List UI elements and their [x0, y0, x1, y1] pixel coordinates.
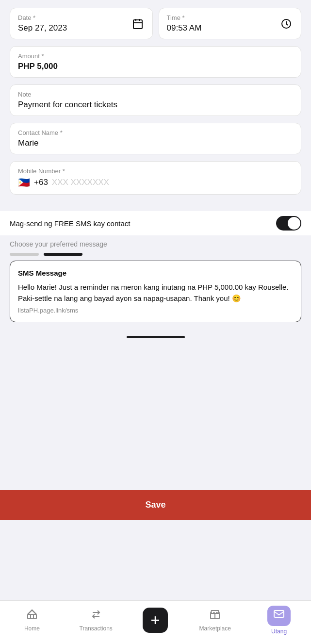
date-label: Date *	[18, 14, 67, 21]
svg-rect-0	[133, 20, 142, 29]
nav-transactions[interactable]: Transactions	[79, 609, 113, 632]
mobile-prefix: +63	[34, 178, 48, 187]
calendar-icon	[131, 17, 145, 31]
nav-home[interactable]: Home	[15, 609, 49, 632]
add-button[interactable]	[143, 608, 168, 633]
tab-2[interactable]	[44, 253, 82, 256]
utang-icon	[273, 609, 285, 623]
nav-marketplace[interactable]: Marketplace	[198, 609, 232, 632]
date-field[interactable]: Date * Sep 27, 2023	[10, 8, 153, 39]
home-icon	[26, 609, 38, 623]
save-button[interactable]: Save	[0, 490, 311, 520]
sms-toggle-label: Mag-send ng FREE SMS kay contact	[10, 219, 130, 228]
tab-1[interactable]	[10, 253, 39, 256]
note-value: Payment for concert tickets	[18, 100, 293, 110]
contact-value: Marie	[18, 138, 293, 148]
time-value: 09:53 AM	[167, 23, 202, 33]
amount-label: Amount *	[18, 52, 293, 60]
transactions-label: Transactions	[80, 625, 113, 632]
utang-label: Utang	[271, 628, 287, 635]
phone-home-indicator	[127, 336, 185, 338]
note-label: Note	[18, 91, 293, 98]
sms-card-body: Hello Marie! Just a reminder na meron ka…	[18, 282, 293, 304]
sms-toggle[interactable]	[276, 216, 301, 231]
sms-card: SMS Message Hello Marie! Just a reminder…	[10, 261, 301, 322]
sms-link: listaPH.page.link/sms	[18, 307, 293, 314]
note-field[interactable]: Note Payment for concert tickets	[10, 84, 301, 116]
marketplace-icon	[209, 609, 221, 623]
time-label: Time *	[167, 14, 202, 21]
date-time-row: Date * Sep 27, 2023 Time * 09:53 AM	[10, 8, 301, 39]
sms-toggle-row: Mag-send ng FREE SMS kay contact	[0, 211, 311, 235]
sms-card-title: SMS Message	[18, 269, 293, 277]
mobile-field[interactable]: Mobile Number * 🇵🇭 +63 XXX XXXXXXX	[10, 161, 301, 195]
clock-icon	[279, 17, 293, 31]
svg-rect-5	[28, 614, 36, 619]
message-tabs	[10, 253, 301, 256]
contact-label: Contact Name *	[18, 129, 293, 136]
amount-value: PHP 5,000	[18, 62, 293, 71]
mobile-label: Mobile Number *	[18, 167, 293, 175]
contact-field[interactable]: Contact Name * Marie	[10, 123, 301, 154]
mobile-placeholder: XXX XXXXXXX	[52, 178, 109, 187]
time-field[interactable]: Time * 09:53 AM	[159, 8, 302, 39]
bottom-nav: Home Transactions	[0, 600, 311, 644]
home-label: Home	[24, 625, 40, 632]
date-value: Sep 27, 2023	[18, 23, 67, 33]
message-chooser: Choose your preferred message SMS Messag…	[0, 235, 311, 332]
flag-icon: 🇵🇭	[18, 177, 30, 188]
marketplace-label: Marketplace	[199, 625, 231, 632]
nav-utang[interactable]: Utang	[262, 606, 296, 635]
amount-field[interactable]: Amount * PHP 5,000	[10, 46, 301, 78]
choose-label: Choose your preferred message	[10, 240, 301, 248]
transactions-icon	[90, 609, 102, 623]
